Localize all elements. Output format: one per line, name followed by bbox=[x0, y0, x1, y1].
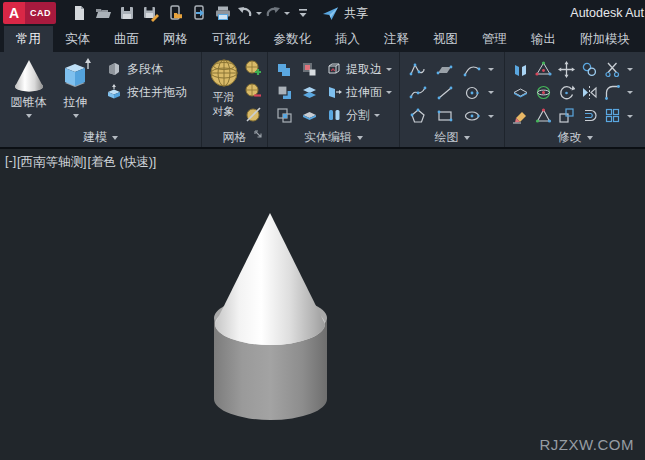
thicken-button[interactable] bbox=[299, 105, 319, 125]
arc-dropdown-caret[interactable] bbox=[488, 68, 494, 71]
save-button[interactable] bbox=[116, 2, 138, 24]
offset-button[interactable] bbox=[578, 104, 601, 127]
region-button[interactable] bbox=[431, 58, 458, 81]
copy-button[interactable] bbox=[578, 58, 601, 81]
extract-edges-icon bbox=[326, 61, 342, 77]
tab-insert[interactable]: 插入 bbox=[323, 26, 372, 52]
open-from-mobile-button[interactable] bbox=[164, 2, 186, 24]
union-button[interactable] bbox=[274, 59, 294, 79]
polyline-button[interactable] bbox=[404, 58, 431, 81]
array-dropdown-caret[interactable] bbox=[627, 115, 633, 118]
extrude-icon bbox=[58, 57, 94, 93]
tab-home[interactable]: 常用 bbox=[4, 26, 53, 52]
new-file-button[interactable] bbox=[68, 2, 90, 24]
extrude-label: 拉伸 bbox=[64, 94, 88, 111]
circle-dropdown-caret[interactable] bbox=[488, 91, 494, 94]
mesh-dialog-launcher[interactable] bbox=[254, 125, 263, 143]
separate-caret[interactable] bbox=[374, 114, 380, 117]
undo-button[interactable] bbox=[236, 2, 262, 24]
3d-align-button[interactable] bbox=[532, 104, 555, 127]
cone-cylinder-model[interactable] bbox=[0, 149, 645, 460]
polysolid-button[interactable]: 多段体 bbox=[103, 59, 190, 79]
imprint-button[interactable] bbox=[299, 59, 319, 79]
separate-button[interactable]: 分割 bbox=[324, 104, 394, 126]
tab-view[interactable]: 视图 bbox=[421, 26, 470, 52]
scale-button[interactable] bbox=[555, 104, 578, 127]
panel-label-solid-editing[interactable]: 实体编辑 bbox=[268, 128, 399, 147]
move-button[interactable] bbox=[555, 58, 578, 81]
3d-rotate-gizmo-button[interactable] bbox=[532, 81, 555, 104]
save-to-mobile-button[interactable] bbox=[188, 2, 210, 24]
circle-button[interactable] bbox=[458, 81, 485, 104]
slice-solid-button[interactable] bbox=[299, 82, 319, 102]
cone-dropdown-caret[interactable] bbox=[26, 114, 32, 118]
separate-icon bbox=[326, 107, 342, 123]
slice-button[interactable] bbox=[509, 81, 532, 104]
erase-button[interactable] bbox=[509, 104, 532, 127]
polygon-button[interactable] bbox=[404, 104, 431, 127]
cone-button[interactable]: 圆锥体 bbox=[5, 55, 52, 128]
presspull-button[interactable]: 按住并拖动 bbox=[103, 82, 190, 102]
trim-button[interactable] bbox=[601, 58, 624, 81]
rectangle-button[interactable] bbox=[431, 104, 458, 127]
tab-annotate[interactable]: 注释 bbox=[372, 26, 421, 52]
3d-move-gizmo-button[interactable] bbox=[532, 58, 555, 81]
view-control[interactable]: [西南等轴测] bbox=[17, 154, 86, 171]
panel-label-modify[interactable]: 修改 bbox=[505, 128, 645, 147]
open-button[interactable] bbox=[92, 2, 114, 24]
smooth-object-button[interactable]: 平滑 对象 bbox=[205, 55, 242, 128]
panel-label-draw[interactable]: 绘图 bbox=[400, 128, 504, 147]
tab-surface[interactable]: 曲面 bbox=[102, 26, 151, 52]
panel-label-modeling[interactable]: 建模 bbox=[0, 128, 201, 147]
share-button[interactable]: 共享 bbox=[322, 5, 368, 22]
array-button[interactable] bbox=[601, 104, 624, 127]
redo-dropdown-caret[interactable] bbox=[284, 12, 290, 15]
undo-dropdown-caret[interactable] bbox=[256, 12, 262, 15]
smooth-more-button[interactable] bbox=[244, 59, 264, 79]
mirror-button[interactable] bbox=[578, 81, 601, 104]
line-button[interactable] bbox=[431, 81, 458, 104]
visual-style-control[interactable]: [着色 (快速)] bbox=[88, 154, 157, 171]
tab-solid[interactable]: 实体 bbox=[53, 26, 102, 52]
imprint-icon bbox=[301, 61, 318, 78]
solid-editing-panel-caret bbox=[357, 136, 363, 140]
extract-edges-caret[interactable] bbox=[386, 68, 392, 71]
intersect-button[interactable] bbox=[274, 105, 294, 125]
trim-dropdown-caret[interactable] bbox=[627, 68, 633, 71]
tab-mesh[interactable]: 网格 bbox=[151, 26, 200, 52]
plot-button[interactable] bbox=[212, 2, 234, 24]
tab-parametric[interactable]: 参数化 bbox=[262, 26, 324, 52]
3d-mirror-button[interactable] bbox=[509, 58, 532, 81]
extrude-button[interactable]: 拉伸 bbox=[52, 55, 99, 128]
fillet-button[interactable] bbox=[601, 81, 624, 104]
ellipse-dropdown-caret[interactable] bbox=[488, 115, 494, 118]
subtract-button[interactable] bbox=[274, 82, 294, 102]
redo-button[interactable] bbox=[264, 2, 290, 24]
open-folder-icon bbox=[94, 4, 112, 22]
app-menu-button[interactable]: A CAD bbox=[3, 2, 56, 24]
tab-manage[interactable]: 管理 bbox=[470, 26, 519, 52]
fillet-dropdown-caret[interactable] bbox=[627, 91, 633, 94]
tab-output[interactable]: 输出 bbox=[519, 26, 568, 52]
customize-quick-access-button[interactable] bbox=[292, 2, 314, 24]
arc-button[interactable] bbox=[458, 58, 485, 81]
spline-button[interactable] bbox=[404, 81, 431, 104]
panel-mesh: 平滑 对象 bbox=[202, 52, 268, 147]
tab-visualize[interactable]: 可视化 bbox=[200, 26, 262, 52]
extract-edges-button[interactable]: 提取边 bbox=[324, 58, 394, 80]
rotate-button[interactable] bbox=[555, 81, 578, 104]
extrude-dropdown-caret[interactable] bbox=[73, 114, 79, 118]
viewport-menu-control[interactable]: [-] bbox=[5, 154, 16, 171]
extrude-faces-button[interactable]: 拉伸面 bbox=[324, 81, 394, 103]
drawing-viewport[interactable]: [-] [西南等轴测] [着色 (快速)] bbox=[0, 149, 645, 460]
ellipse-button[interactable] bbox=[458, 104, 485, 127]
refine-mesh-button[interactable] bbox=[244, 105, 264, 125]
save-as-button[interactable] bbox=[140, 2, 162, 24]
slice-icon bbox=[512, 84, 529, 101]
subtract-icon bbox=[276, 84, 293, 101]
tab-addins[interactable]: 附加模块 bbox=[568, 26, 642, 52]
draw-carets bbox=[485, 55, 496, 128]
extrude-faces-caret[interactable] bbox=[386, 91, 392, 94]
smooth-less-button[interactable] bbox=[244, 82, 264, 102]
modify-grid bbox=[509, 55, 624, 128]
